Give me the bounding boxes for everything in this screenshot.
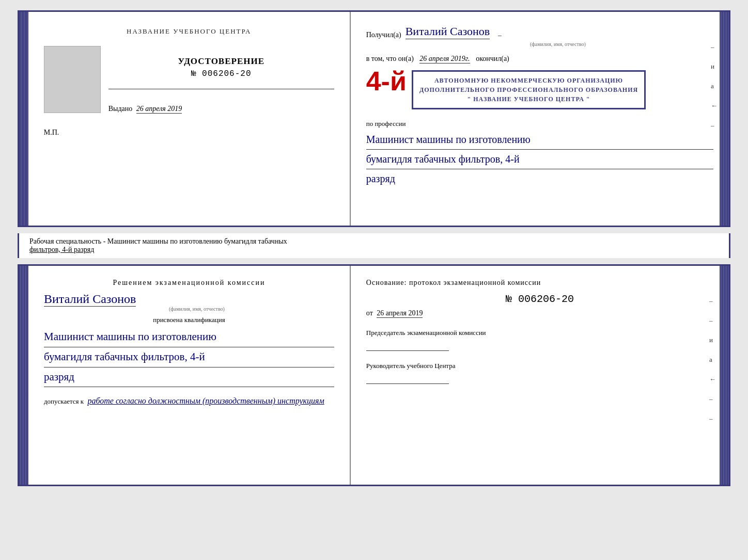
recipient-name: Виталий Сазонов xyxy=(406,25,490,39)
date-line-right: от 26 апреля 2019 xyxy=(366,309,713,318)
finished-label: окончил(а) xyxy=(476,55,509,62)
allowed-text-block: допускается к работе согласно должностны… xyxy=(44,396,334,406)
qualification-line2: бумагидля табачных фильтров, 4-й xyxy=(44,347,334,367)
in-that-line: в том, что он(а) 26 апреля 2019г. окончи… xyxy=(366,55,713,63)
big-number: 4-й xyxy=(366,68,407,94)
photo-placeholder xyxy=(44,46,101,113)
bottom-left-page: Решением экзаменационной комиссии Витали… xyxy=(28,266,351,485)
commission-title: Решением экзаменационной комиссии xyxy=(44,279,334,287)
rd3: – xyxy=(709,395,716,403)
basis-text: Основание: протокол экзаменационной коми… xyxy=(366,279,713,287)
stamp-line3: " НАЗВАНИЕ УЧЕБНОГО ЦЕНТРА " xyxy=(419,94,638,104)
к-char: ← xyxy=(711,102,718,110)
left-spine-bottom xyxy=(19,266,28,485)
dash2: – xyxy=(711,121,718,130)
right-spine-top xyxy=(720,12,729,226)
cert-title: УДОСТОВЕРЕНИЕ xyxy=(108,56,334,67)
profession-label: по профессии xyxy=(366,120,713,128)
rd4: – xyxy=(709,414,716,423)
cert-number: № 006206-20 xyxy=(108,69,334,78)
top-right-page: Получил(а) Виталий Сазонов – (фамилия, и… xyxy=(351,12,729,226)
stamp-line2: ДОПОЛНИТЕЛЬНОГО ПРОФЕССИОНАЛЬНОГО ОБРАЗО… xyxy=(419,85,638,94)
и-char: и xyxy=(711,62,718,71)
а-char: а xyxy=(711,82,718,90)
bottom-document: Решением экзаменационной комиссии Витали… xyxy=(18,264,730,486)
director-signature-line xyxy=(366,383,449,384)
profession-line1: Машинист машины по изготовлению xyxy=(366,130,713,150)
chairman-signature-line xyxy=(366,350,449,351)
rd-и: и xyxy=(709,336,716,344)
description-text: Рабочая специальность - Машинист машины … xyxy=(29,237,287,245)
stamp-line1: АВТОНОМНУЮ НЕКОММЕРЧЕСКУЮ ОРГАНИЗАЦИЮ xyxy=(419,76,638,85)
recipient-line: Получил(а) Виталий Сазонов – xyxy=(366,25,713,39)
in-that-prefix: в том, что он(а) xyxy=(366,55,414,62)
issued-label: Выдано xyxy=(108,105,133,113)
person-subtitle: (фамилия, имя, отчество) xyxy=(59,306,334,312)
issued-line: Выдано 26 апреля 2019 xyxy=(108,105,334,114)
top-document: НАЗВАНИЕ УЧЕБНОГО ЦЕНТРА УДОСТОВЕРЕНИЕ №… xyxy=(18,10,730,227)
side-chars: – и а ← – xyxy=(711,43,718,130)
top-left-page: НАЗВАНИЕ УЧЕБНОГО ЦЕНТРА УДОСТОВЕРЕНИЕ №… xyxy=(28,12,351,226)
person-name-block: Виталий Сазонов (фамилия, имя, отчество) xyxy=(44,292,334,312)
assigned-text: присвоена квалификация xyxy=(44,316,334,324)
left-spine xyxy=(19,12,28,226)
rd1: – xyxy=(709,297,716,305)
bottom-right-page: Основание: протокол экзаменационной коми… xyxy=(351,266,729,485)
right-side-chars: – – и а ← – – xyxy=(709,297,716,423)
profession-line2: бумагидля табачных фильтров, 4-й xyxy=(366,150,713,169)
date-value: 26 апреля 2019 xyxy=(377,309,423,318)
rd-к: ← xyxy=(709,375,716,383)
chairman-title: Председатель экзаменационной комиссии xyxy=(366,328,713,338)
stamp-block: АВТОНОМНУЮ НЕКОММЕРЧЕСКУЮ ОРГАНИЗАЦИЮ ДО… xyxy=(412,70,646,109)
dash1: – xyxy=(711,43,718,51)
profession-line3: разряд xyxy=(366,169,713,188)
recipient-subtitle: (фамилия, имя, отчество) xyxy=(402,41,713,47)
description-underline: фильтров, 4-й разряд xyxy=(29,246,94,253)
training-center-title: НАЗВАНИЕ УЧЕБНОГО ЦЕНТРА xyxy=(127,27,251,36)
center-director-title: Руководитель учебного Центра xyxy=(366,361,713,371)
in-that-date: 26 апреля 2019г. xyxy=(419,55,470,63)
person-name: Виталий Сазонов xyxy=(44,292,136,307)
date-prefix: от xyxy=(366,309,373,317)
allowed-text: работе согласно должностным (производств… xyxy=(87,396,324,405)
rd2: – xyxy=(709,316,716,325)
allowed-prefix: допускается к xyxy=(44,397,84,405)
issued-date: 26 апреля 2019 xyxy=(136,105,182,114)
received-label: Получил(а) xyxy=(366,31,401,39)
description-bar: Рабочая специальность - Машинист машины … xyxy=(18,233,730,258)
right-spine-bottom xyxy=(720,266,729,485)
qualification-line1: Машинист машины по изготовлению xyxy=(44,327,334,347)
mp-label: М.П. xyxy=(44,129,59,137)
rd-а: а xyxy=(709,356,716,364)
protocol-number: № 006206-20 xyxy=(366,293,713,305)
qualification-line3: разряд xyxy=(44,367,334,388)
